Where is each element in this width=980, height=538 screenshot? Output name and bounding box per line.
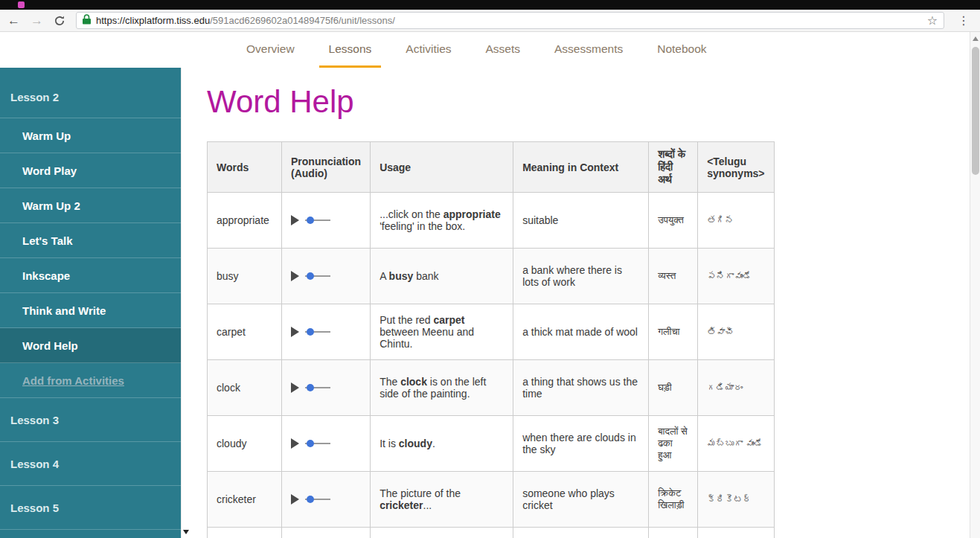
back-button[interactable]: ← (7, 14, 20, 27)
play-icon[interactable] (291, 382, 299, 393)
sidebar-item-add-from-activities[interactable]: Add from Activities (0, 363, 181, 398)
sidebar-item-warm-up-2[interactable]: Warm Up 2 (0, 188, 181, 223)
sidebar-scrollbar[interactable] (181, 68, 190, 538)
table-row: busy A busy bank a bank where there is l… (208, 249, 775, 304)
audio-player[interactable] (291, 271, 361, 281)
usage-text: It is (379, 438, 399, 449)
play-icon[interactable] (291, 215, 299, 225)
audio-player[interactable] (291, 494, 361, 505)
sidebar-item-word-help[interactable]: Word Help (0, 328, 181, 363)
usage-cell: A busy bank (371, 249, 513, 304)
sidebar-item-think-and-write[interactable]: Think and Write (0, 293, 181, 328)
audio-slider-knob[interactable] (307, 217, 314, 224)
sidebar-item-lesson-4[interactable]: Lesson 4 (0, 442, 181, 486)
hindi-cell: गलीचा (649, 304, 698, 360)
meaning-cell: suitable (513, 193, 649, 249)
col-header-telugu: <Telugu synonyms> (698, 142, 774, 193)
pronunciation-cell (282, 528, 371, 538)
usage-text: . (432, 438, 435, 449)
browser-menu-icon[interactable]: ⋮ (955, 13, 973, 28)
scroll-up-icon[interactable] (973, 36, 979, 41)
sidebar-item-warm-up[interactable]: Warm Up (0, 118, 181, 153)
hindi-cell: क्रिकेट खिलाड़ी (649, 472, 698, 528)
audio-slider[interactable] (305, 331, 330, 333)
audio-player[interactable] (291, 382, 361, 393)
usage-cell: It is cloudy. (371, 416, 513, 472)
tab-assessments[interactable]: Assessments (545, 32, 632, 68)
col-header-usage: Usage (371, 142, 513, 193)
word-cell (208, 528, 282, 538)
audio-slider-knob[interactable] (307, 328, 314, 336)
tab-notebook[interactable]: Notebook (647, 32, 716, 68)
play-icon[interactable] (291, 271, 299, 281)
telugu-cell: క్రికెటర్ (698, 472, 774, 528)
word-cell: carpet (208, 304, 282, 360)
audio-slider[interactable] (305, 275, 330, 277)
audio-slider[interactable] (305, 387, 330, 388)
word-help-table: Words Pronunciation (Audio) Usage Meanin… (207, 141, 775, 538)
page-title: Word Help (207, 85, 980, 119)
meaning-cell: a bank where there is lots of work (513, 249, 649, 304)
bookmark-star-icon[interactable]: ☆ (927, 13, 938, 28)
pronunciation-cell (282, 249, 371, 304)
play-icon[interactable] (291, 438, 299, 449)
sidebar-item-word-play[interactable]: Word Play (0, 153, 181, 188)
usage-text: between Meenu and Chintu. (379, 326, 474, 350)
sidebar-item-inkscape[interactable]: Inkscape (0, 258, 181, 293)
forward-button[interactable]: → (31, 14, 43, 27)
word-cell: cricketer (208, 472, 282, 528)
browser-tab-favicon (18, 1, 25, 8)
unit-tabbar: Overview Lessons Activities Assets Asses… (0, 32, 980, 68)
audio-slider-knob[interactable] (307, 272, 314, 280)
page-scrollbar[interactable] (970, 32, 980, 538)
table-row: carpet Put the red carpet between Meenu … (208, 304, 775, 360)
usage-bold-word: cricketer (379, 499, 423, 511)
audio-slider-knob[interactable] (307, 496, 314, 503)
audio-slider[interactable] (305, 499, 330, 500)
pronunciation-cell (282, 360, 371, 416)
audio-player[interactable] (291, 438, 361, 449)
usage-cell (371, 528, 513, 538)
browser-top-strip (0, 0, 980, 10)
audio-slider[interactable] (305, 443, 330, 444)
reload-button[interactable] (54, 15, 65, 27)
usage-bold-word: cloudy (399, 438, 432, 449)
tab-activities[interactable]: Activities (396, 32, 461, 68)
tab-overview[interactable]: Overview (237, 32, 304, 68)
play-icon[interactable] (291, 494, 299, 505)
address-bar[interactable]: https://clixplatform.tiss.edu/591acd6269… (76, 12, 944, 29)
telugu-cell: తగిన (698, 193, 774, 249)
hindi-cell: व्यस्त (649, 249, 698, 304)
audio-slider-knob[interactable] (307, 440, 314, 447)
audio-player[interactable] (291, 215, 361, 225)
pronunciation-cell (282, 304, 371, 360)
sidebar-scroll-down-icon[interactable] (183, 530, 189, 534)
url-path: /591acd6269602a01489475f6/unit/lessons/ (210, 15, 395, 26)
table-row: cricketer The picture of the cricketer..… (208, 472, 775, 528)
tab-assets[interactable]: Assets (476, 32, 531, 68)
meaning-cell: a can for throwing (513, 528, 649, 538)
word-cell: appropriate (208, 193, 282, 249)
tab-lessons[interactable]: Lessons (319, 32, 382, 68)
play-icon[interactable] (291, 327, 299, 337)
usage-cell: ...click on the appropriate 'feeling' in… (371, 193, 513, 249)
audio-slider[interactable] (305, 220, 330, 221)
scrollbar-thumb[interactable] (972, 47, 979, 175)
usage-bold-word: carpet (434, 314, 465, 326)
meaning-cell: someone who plays cricket (513, 472, 649, 528)
audio-slider-knob[interactable] (307, 384, 314, 391)
sidebar-item-lesson-2[interactable]: Lesson 2 (0, 77, 181, 118)
usage-text: The picture of the (379, 487, 461, 499)
usage-cell: The picture of the cricketer... (371, 472, 513, 528)
main-content: Word Help Words Pronunciation (Audio) Us… (190, 68, 980, 538)
col-header-pronunciation: Pronunciation (Audio) (282, 142, 371, 193)
sidebar-item-lets-talk[interactable]: Let's Talk (0, 223, 181, 258)
hindi-cell (649, 528, 698, 538)
usage-text: 'feeling' in the box. (379, 220, 465, 232)
sidebar-item-lesson-5[interactable]: Lesson 5 (0, 486, 181, 530)
usage-bold-word: clock (400, 376, 427, 388)
sidebar-item-lesson-3[interactable]: Lesson 3 (0, 398, 181, 442)
audio-player[interactable] (291, 327, 361, 337)
usage-text: The (379, 376, 400, 388)
meaning-cell: a thing that shows us the time (513, 360, 649, 416)
